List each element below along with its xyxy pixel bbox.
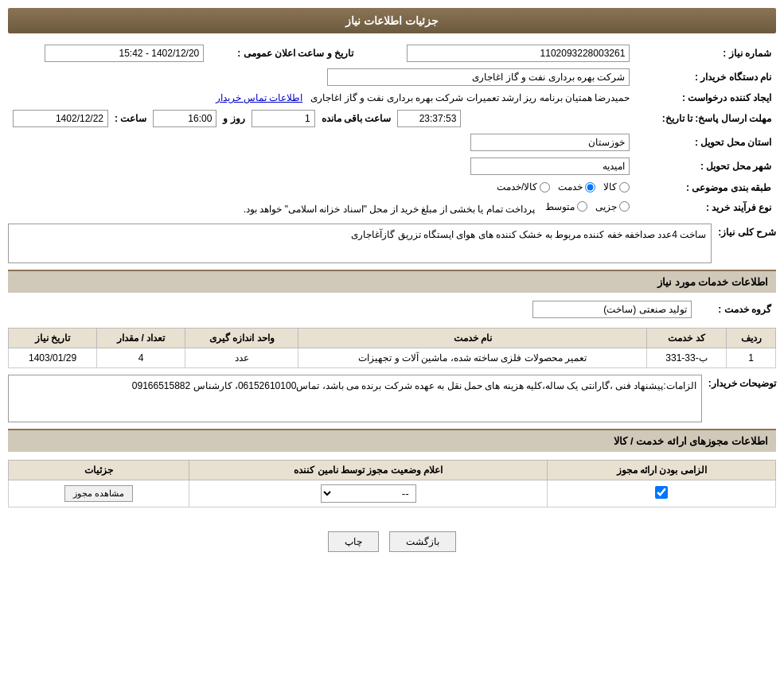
bottom-buttons: بازگشت چاپ [8,523,776,560]
permits-table: الزامی بودن ارائه مجوز اعلام وضعیت مجوز … [8,460,776,507]
tabaqe-label-khedmat: خدمت [558,181,583,192]
permits-section-header: اطلاعات مجوزهای ارائه خدمت / کالا [8,429,776,452]
sharh-text: ساخت 4عدد صداخفه خفه کننده مربوط به خشک … [351,229,706,240]
view-permit-button[interactable]: مشاهده مجوز [64,485,133,502]
date-field: 1402/12/22 [13,110,108,127]
shahr-label: شهر محل تحویل : [634,154,776,178]
col-kod-khedmat: کد خدمت [647,329,727,348]
time-label: ساعت : [115,113,146,124]
elzami-checkbox[interactable] [655,486,668,499]
cell-radif: 1 [727,348,776,368]
col-elzami: الزامی بودن ارائه مجوز [548,461,776,480]
ijad-konande-value: حمیدرضا همتیان برنامه ریز ارشد تعمیرات ش… [8,89,634,107]
tabaqe-radio-khedmat[interactable] [585,182,595,192]
nav-jozi-radio[interactable] [619,201,630,212]
grooh-value: تولید صنعتی (ساخت) [8,297,696,321]
buyer-notes-label: توضیحات خریدار: [708,375,776,389]
col-tedad: تعداد / مقدار [97,329,185,348]
shomara-niaz-value: 1102093228003261 [358,41,634,65]
time-field: 16:00 [153,110,216,127]
ostan-label: استان محل تحویل : [634,130,776,154]
nav-jozi-option[interactable]: جزیی [595,201,630,212]
nav-farayand-label: نوع فرآیند خرید : [634,198,776,218]
tabaqe-label-kala-khedmat: کالا/خدمت [497,181,537,192]
cell-vahed: عدد [185,348,298,368]
tabaqe-radio-kala[interactable] [619,182,630,192]
nam-dastgah-label: نام دستگاه خریدار : [634,65,776,89]
back-button[interactable]: بازگشت [389,531,456,552]
print-button[interactable]: چاپ [328,531,379,552]
cell-joziyat: مشاهده مجوز [9,480,189,507]
shomara-niaz-field: 1102093228003261 [407,45,630,62]
tarikh-value: 1402/12/20 - 15:42 [8,41,209,65]
roz-field: 1 [252,110,315,127]
main-info-table: شماره نیاز : 1102093228003261 تاریخ و سا… [8,41,776,217]
saat-baqi-label: ساعت باقی مانده [322,113,392,124]
col-vahed: واحد اندازه گیری [185,329,298,348]
service-section-header: اطلاعات خدمات مورد نیاز [8,270,776,293]
nav-motawaset-option[interactable]: متوسط [545,201,587,212]
mohlat-label: مهلت ارسال پاسخ: تا تاریخ: [634,107,776,130]
buyer-notes-field: الزامات:پیشنهاد فنی ،گارانتی یک ساله،کلی… [8,375,702,422]
mohlat-row: 23:37:53 ساعت باقی مانده 1 روز و 16:00 س… [8,107,634,130]
col-tarikh: تاریخ نیاز [9,329,97,348]
ijad-konande-text: حمیدرضا همتیان برنامه ریز ارشد تعمیرات ش… [310,92,630,103]
permits-section: الزامی بودن ارائه مجوز اعلام وضعیت مجوز … [8,460,776,507]
cell-elzami [548,480,776,507]
nam-dastgah-value: شرکت بهره برداری نفت و گاز اغاجاری [8,65,634,89]
grooh-label: گروه خدمت : [696,297,776,321]
nav-jozi-label: جزیی [595,201,617,212]
table-row: 1 ب-33-331 تعمیر محصولات فلزی ساخته شده،… [9,348,776,368]
ostan-field: خوزستان [470,134,630,151]
page-title: جزئیات اطلاعات نیاز [8,8,776,33]
saat-baqi-field: 23:37:53 [397,110,461,127]
grooh-field: تولید صنعتی (ساخت) [532,301,692,318]
tabaqe-options: کالا خدمت کالا/خدمت [8,178,634,198]
ijad-konande-label: ایجاد کننده درخواست : [634,89,776,107]
tabaqe-option-kala[interactable]: کالا [603,181,630,192]
col-nam-khedmat: نام خدمت [298,329,647,348]
col-radif: ردیف [727,329,776,348]
ostan-value: خوزستان [8,130,634,154]
cell-nam: تعمیر محصولات فلزی ساخته شده، ماشین آلات… [298,348,647,368]
col-joziyat: جزئیات [9,461,189,480]
roz-label: روز و [223,113,244,124]
cell-tarikh: 1403/01/29 [9,348,97,368]
tabaqe-radio-kala-khedmat[interactable] [540,182,550,192]
contact-link[interactable]: اطلاعات تماس خریدار [216,92,303,103]
shahr-value: امیدیه [8,154,634,178]
cell-vaziat: -- [189,480,548,507]
tarikh-label: تاریخ و ساعت اعلان عمومی : [209,41,358,65]
nam-dastgah-field: شرکت بهره برداری نفت و گاز اغاجاری [327,68,630,86]
shahr-field: امیدیه [470,157,630,175]
sharh-label: شرح کلی نیاز: [718,224,776,238]
cell-kod: ب-33-331 [647,348,727,368]
cell-tedad: 4 [97,348,185,368]
sharh-field: ساخت 4عدد صداخفه خفه کننده مربوط به خشک … [8,224,712,263]
buyer-notes-text: الزامات:پیشنهاد فنی ،گارانتی یک ساله،کلی… [132,380,696,391]
page-container: جزئیات اطلاعات نیاز شماره نیاز : 1102093… [0,0,784,696]
tabaqe-option-kala-khedmat[interactable]: کالا/خدمت [497,181,550,192]
nav-farayand-row: جزیی متوسط پرداخت تمام یا بخشی از مبلغ خ… [8,198,634,218]
tabaqe-label: طبقه بندی موضوعی : [634,178,776,198]
nav-farayand-note: پرداخت تمام یا بخشی از مبلغ خرید از محل … [244,203,535,214]
tabaqe-option-khedmat[interactable]: خدمت [558,181,595,192]
shomara-niaz-label: شماره نیاز : [634,41,776,65]
services-table: ردیف کد خدمت نام خدمت واحد اندازه گیری ت… [8,328,776,368]
nav-motawaset-radio[interactable] [577,201,587,212]
tabaqe-label-kala: کالا [603,181,617,192]
col-vaziat: اعلام وضعیت مجوز توسط نامین کننده [189,461,548,480]
service-info-table: گروه خدمت : تولید صنعتی (ساخت) [8,297,776,321]
vaziat-select[interactable]: -- [321,484,416,503]
permit-row: -- مشاهده مجوز [9,480,776,507]
nav-motawaset-label: متوسط [545,201,575,212]
tarikh-field: 1402/12/20 - 15:42 [45,45,204,62]
